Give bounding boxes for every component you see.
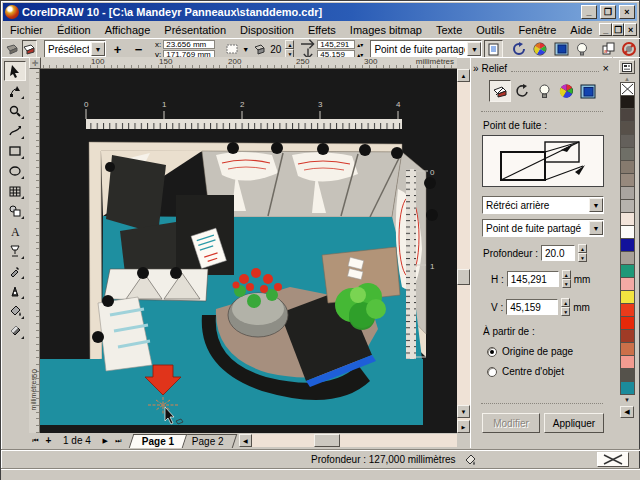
zoom-tool[interactable] — [4, 101, 26, 121]
color-swatch[interactable] — [620, 238, 635, 252]
doc-restore-button[interactable]: ❐ — [612, 23, 625, 36]
extrusion-shape-dropdown[interactable]: ▼ — [222, 40, 252, 58]
palette-expand-icon[interactable]: ◀ — [620, 406, 634, 418]
menu-aide[interactable]: Aide — [563, 23, 599, 37]
color-swatch[interactable] — [620, 121, 635, 135]
color-swatch[interactable] — [620, 212, 635, 226]
vp-h-field[interactable]: 145,291 — [317, 40, 355, 49]
fill-tool[interactable] — [4, 301, 26, 321]
vp-relative-page-button[interactable] — [484, 40, 503, 58]
color-swatch[interactable] — [620, 108, 635, 122]
tab-lighting[interactable] — [533, 80, 555, 102]
drawing-canvas[interactable]: 0 1 2 3 4 — [40, 69, 457, 433]
scroll-down-icon[interactable]: ▼ — [457, 405, 470, 418]
menu-images-bitmap[interactable]: Images bitmap — [343, 23, 429, 37]
color-swatch[interactable] — [620, 160, 635, 174]
modify-button[interactable]: Modifier — [482, 413, 540, 433]
ellipse-tool[interactable] — [4, 161, 26, 181]
color-swatch[interactable] — [620, 277, 635, 291]
menu-fichier[interactable]: Fichier — [3, 23, 50, 37]
spinner-down-icon[interactable]: ▼ — [562, 279, 571, 288]
depth-spinner[interactable]: ▲▼ — [578, 244, 587, 262]
menu-fenetre[interactable]: Fenêtre — [511, 23, 563, 37]
color-swatch[interactable] — [620, 355, 635, 369]
v-input[interactable]: 45,159 — [506, 299, 558, 315]
color-swatch[interactable] — [620, 368, 635, 382]
menu-edition[interactable]: Édition — [50, 23, 98, 37]
tab-extrude[interactable] — [489, 80, 511, 102]
minimize-button[interactable]: _ — [581, 5, 597, 19]
hscroll-right-icon[interactable]: ▶ — [457, 420, 470, 433]
depth-input[interactable]: 20.0 — [541, 245, 575, 261]
depth-spinner[interactable]: ▲▼ — [285, 40, 294, 58]
spinner-down-icon[interactable]: ▼ — [561, 307, 570, 316]
tab-page-1[interactable]: Page 1 — [129, 434, 188, 448]
menu-texte[interactable]: Texte — [429, 23, 469, 37]
copy-extrude-button[interactable]: a — [599, 40, 618, 58]
color-swatch[interactable] — [620, 264, 635, 278]
color-swatch[interactable] — [620, 95, 635, 109]
vscroll-thumb[interactable] — [457, 269, 470, 285]
ruler-origin-button[interactable]: ✛ — [29, 57, 41, 69]
color-swatch[interactable] — [620, 316, 635, 330]
extrude-rotation-button[interactable] — [510, 40, 529, 58]
docker-close-icon[interactable]: × — [599, 62, 609, 74]
extrude-bevel-button[interactable] — [552, 40, 571, 58]
text-tool[interactable]: A — [4, 221, 26, 241]
next-page-icon[interactable]: ▶ — [99, 434, 112, 447]
origin-page-option[interactable]: Origine de page — [487, 346, 573, 357]
preset-add-button[interactable]: + — [108, 40, 127, 58]
color-swatch[interactable] — [620, 329, 635, 343]
menu-disposition[interactable]: Disposition — [233, 23, 301, 37]
extrusion-style-dropdown[interactable]: Rétréci arrière ▼ — [482, 196, 604, 214]
spinner-up-icon[interactable]: ▲ — [562, 270, 571, 279]
spinner-up-icon[interactable]: ▲ — [578, 244, 587, 253]
eyedropper-tool[interactable] — [4, 261, 26, 281]
shape-tool[interactable] — [4, 81, 26, 101]
vp-h-spinner[interactable]: ▴▾ — [357, 41, 363, 48]
horizontal-ruler[interactable]: 100 150 200 250 300 millimètres — [29, 57, 457, 69]
canvas-hscrollbar[interactable]: ◀ — [239, 434, 457, 447]
scroll-up-icon[interactable]: ▲ — [457, 69, 470, 82]
tab-color[interactable] — [555, 80, 577, 102]
color-swatch[interactable] — [620, 147, 635, 161]
canvas-vscrollbar[interactable]: ▲ ▼ ▶ — [457, 69, 470, 433]
tab-rotation[interactable] — [511, 80, 533, 102]
extrude-lighting-button[interactable] — [573, 40, 592, 58]
color-swatch[interactable] — [620, 225, 635, 239]
interactive-fill-tool[interactable] — [4, 321, 26, 341]
interactive-blend-tool[interactable] — [4, 241, 26, 261]
color-swatch[interactable] — [620, 303, 635, 317]
x-position-field[interactable]: 23.656 mm — [163, 40, 215, 49]
depth-value[interactable]: 20 — [268, 44, 283, 55]
menu-presentation[interactable]: Présentation — [157, 23, 233, 37]
tab-page-2[interactable]: Page 2 — [179, 434, 237, 448]
radio-icon[interactable] — [487, 367, 497, 377]
spinner-down-icon[interactable]: ▼ — [578, 253, 587, 262]
last-page-icon[interactable]: ⏭ — [112, 434, 125, 447]
hscroll-thumb[interactable] — [314, 434, 340, 447]
color-swatch[interactable] — [620, 173, 635, 187]
outline-tool[interactable] — [4, 281, 26, 301]
h-input[interactable]: 145,291 — [507, 271, 559, 287]
doc-close-button[interactable]: × — [624, 23, 637, 36]
vertical-ruler[interactable]: 50 millimètres — [29, 69, 40, 433]
palette-options-button[interactable] — [619, 60, 635, 74]
extrude-color-button[interactable] — [531, 40, 550, 58]
freehand-tool[interactable] — [4, 121, 26, 141]
menu-effets[interactable]: Effets — [301, 23, 343, 37]
first-page-icon[interactable]: ⏮ — [29, 434, 42, 447]
close-button[interactable]: × — [619, 5, 635, 19]
pick-tool[interactable] — [4, 61, 26, 81]
color-swatch[interactable] — [620, 342, 635, 356]
vp-sharing-dropdown[interactable]: Point de fuite partagé ▼ — [482, 219, 604, 237]
clear-extrude-button[interactable] — [620, 40, 639, 58]
color-swatch[interactable] — [620, 199, 635, 213]
menu-outils[interactable]: Outils — [469, 23, 511, 37]
docker-collapse-icon[interactable]: » — [473, 63, 482, 74]
doc-minimize-button[interactable]: _ — [599, 23, 612, 36]
rectangle-tool[interactable] — [4, 141, 26, 161]
restore-button[interactable]: ❐ — [600, 5, 616, 19]
menu-affichage[interactable]: Affichage — [98, 23, 158, 37]
radio-selected-icon[interactable] — [487, 347, 497, 357]
